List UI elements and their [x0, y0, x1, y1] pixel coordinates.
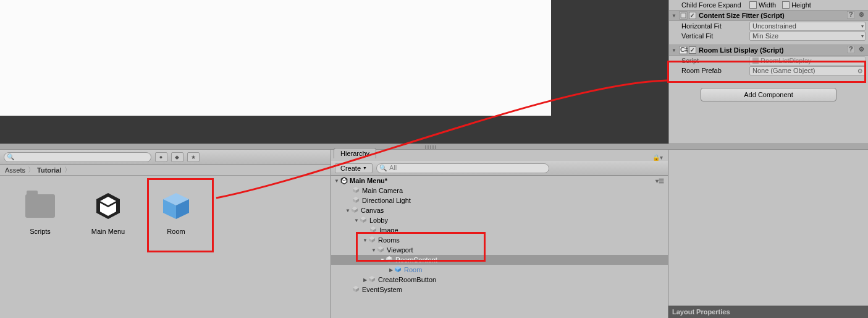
- search-placeholder: All: [389, 164, 397, 171]
- hierarchy-item-event-system[interactable]: EventSystem: [331, 285, 668, 294]
- node-label: EventSystem: [362, 286, 402, 293]
- create-button[interactable]: Create ▼: [335, 163, 373, 173]
- add-component-button[interactable]: Add Component: [701, 88, 836, 101]
- script-field: RoomListDisplay: [749, 56, 866, 66]
- unity-icon: [340, 176, 348, 185]
- hierarchy-tab[interactable]: Hierarchy: [334, 148, 376, 158]
- horizontal-fit-row: Horizontal Fit Unconstrained ▾: [669, 21, 868, 31]
- script-label: Script: [681, 57, 749, 64]
- width-checkbox[interactable]: [749, 1, 757, 9]
- content-size-fitter-header[interactable]: ▼ Content Size Fitter (Script) ? ⚙: [669, 10, 868, 21]
- asset-label: Scripts: [30, 228, 51, 235]
- gameobject-icon: [369, 226, 378, 234]
- hierarchy-item-viewport[interactable]: ▼ Viewport: [331, 245, 668, 255]
- svg-text:?: ?: [849, 11, 853, 18]
- foldout-icon[interactable]: ▼: [371, 247, 377, 253]
- hierarchy-tree[interactable]: ▼ Main Menu* ▾☰ Main Camera Directional …: [331, 176, 668, 318]
- gameobject-icon: [351, 206, 360, 215]
- horizontal-fit-dropdown[interactable]: Unconstrained ▾: [749, 22, 866, 31]
- help-icon[interactable]: ?: [847, 11, 856, 20]
- scene-canvas: [0, 0, 551, 116]
- hierarchy-item-main-camera[interactable]: Main Camera: [331, 186, 668, 196]
- room-prefab-field[interactable]: None (Game Object) ⊙: [749, 66, 866, 75]
- scene-menu-icon[interactable]: ▾☰: [655, 178, 664, 184]
- hierarchy-item-rooms[interactable]: ▼ Rooms: [331, 235, 668, 245]
- hierarchy-item-room-content[interactable]: ▼ RoomContent: [331, 255, 668, 265]
- hierarchy-item-create-room-button[interactable]: ▶ CreateRoomButton: [331, 275, 668, 285]
- hierarchy-item-image[interactable]: Image: [331, 225, 668, 235]
- asset-room-prefab[interactable]: Room: [154, 188, 198, 235]
- node-label: Lobby: [369, 217, 388, 224]
- scene-row[interactable]: ▼ Main Menu* ▾☰: [331, 176, 668, 186]
- asset-scripts-folder[interactable]: Scripts: [19, 188, 62, 235]
- asset-label: Main Menu: [91, 228, 125, 235]
- foldout-icon[interactable]: ▶: [362, 277, 368, 283]
- node-label: Room: [404, 266, 422, 273]
- object-picker-icon[interactable]: ⊙: [857, 67, 862, 74]
- foldout-icon[interactable]: ▼: [672, 48, 679, 53]
- asset-main-menu-scene[interactable]: Main Menu: [86, 188, 130, 235]
- script-value: RoomListDisplay: [761, 57, 812, 64]
- horizontal-fit-value: Unconstrained: [752, 22, 796, 30]
- filter-button[interactable]: ●: [155, 152, 167, 162]
- room-list-display-header[interactable]: ▼ C# Room List Display (Script) ? ⚙: [669, 45, 868, 56]
- component-title: Content Size Fitter (Script): [699, 12, 846, 19]
- width-label: Width: [759, 1, 776, 9]
- node-label: Image: [379, 226, 398, 234]
- hierarchy-toolbar: Create ▼ 🔍 All: [331, 161, 668, 176]
- filter-button[interactable]: ◆: [171, 152, 183, 162]
- foldout-icon[interactable]: ▼: [353, 218, 360, 223]
- chevron-down-icon: ▼: [363, 166, 367, 170]
- foldout-icon[interactable]: ▼: [379, 257, 386, 263]
- add-component-label: Add Component: [744, 91, 793, 98]
- foldout-icon[interactable]: ▼: [345, 208, 351, 213]
- asset-label: Room: [167, 228, 185, 235]
- foldout-icon[interactable]: ▼: [362, 238, 368, 243]
- breadcrumb-item[interactable]: Assets: [5, 166, 25, 174]
- panel-separator[interactable]: [0, 144, 868, 150]
- gameobject-icon: [377, 246, 386, 254]
- component-title: Room List Display (Script): [699, 46, 846, 54]
- node-label: Canvas: [361, 207, 384, 214]
- breadcrumb-separator: 〉: [28, 165, 35, 174]
- foldout-icon[interactable]: ▼: [334, 178, 340, 184]
- inspector-panel: Child Force Expand Width Height ▼ Conten…: [668, 0, 868, 144]
- foldout-icon[interactable]: ▶: [388, 267, 394, 273]
- svg-text:C#: C#: [680, 46, 688, 53]
- asset-grid[interactable]: Scripts Main Menu: [0, 176, 331, 318]
- gameobject-icon: [368, 275, 377, 284]
- script-icon: C#: [679, 46, 688, 54]
- filter-button[interactable]: ★: [187, 152, 200, 162]
- node-label: Directional Light: [362, 197, 411, 204]
- node-label: Viewport: [387, 246, 413, 254]
- gear-icon[interactable]: ⚙: [857, 46, 866, 54]
- gameobject-icon: [352, 196, 361, 205]
- script-ref-icon: [752, 58, 759, 64]
- height-checkbox[interactable]: [782, 1, 790, 9]
- hierarchy-item-canvas[interactable]: ▼ Canvas: [331, 205, 668, 215]
- prefab-icon: [158, 188, 194, 224]
- layout-properties-header[interactable]: Layout Properties: [668, 306, 868, 317]
- child-force-expand-label: Child Force Expand: [681, 1, 749, 9]
- hierarchy-item-lobby[interactable]: ▼ Lobby: [331, 215, 668, 225]
- breadcrumb-separator: 〉: [64, 165, 71, 174]
- node-label: RoomContent: [395, 256, 437, 264]
- extra-panel: Layout Properties Property Value Source: [668, 150, 868, 318]
- foldout-icon[interactable]: ▼: [672, 13, 679, 19]
- hierarchy-item-room[interactable]: ▶ Room: [331, 265, 668, 275]
- vertical-fit-label: Vertical Fit: [681, 32, 749, 40]
- enable-checkbox[interactable]: [689, 12, 696, 19]
- lock-icon[interactable]: 🔒▾: [652, 154, 663, 161]
- node-label: Rooms: [378, 236, 400, 244]
- gear-icon[interactable]: ⚙: [857, 11, 866, 20]
- enable-checkbox[interactable]: [689, 46, 696, 54]
- scene-view[interactable]: [0, 0, 668, 144]
- project-search[interactable]: 🔍: [4, 152, 151, 162]
- vertical-fit-dropdown[interactable]: Min Size ▾: [749, 32, 866, 41]
- hierarchy-item-directional-light[interactable]: Directional Light: [331, 196, 668, 205]
- hierarchy-search[interactable]: 🔍 All: [376, 163, 549, 173]
- breadcrumb-item[interactable]: Tutorial: [37, 166, 62, 174]
- breadcrumb: Assets 〉 Tutorial 〉: [0, 165, 331, 176]
- vertical-fit-row: Vertical Fit Min Size ▾: [669, 31, 868, 41]
- help-icon[interactable]: ?: [847, 46, 856, 54]
